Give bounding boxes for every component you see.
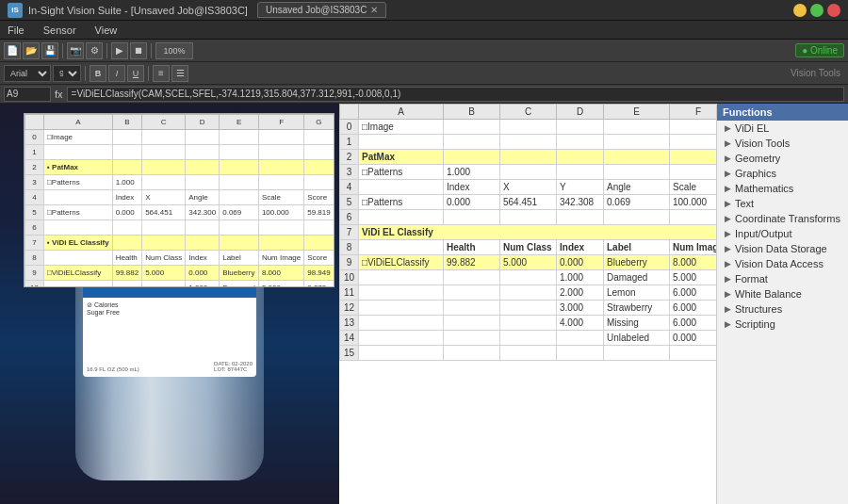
- tab-label[interactable]: Unsaved Job@IS3803C: [266, 5, 367, 15]
- ss-10-d[interactable]: 1.000: [557, 270, 604, 285]
- ss-11-b[interactable]: [444, 285, 500, 301]
- func-item-structures[interactable]: ▶ Structures: [717, 301, 848, 317]
- func-item-mathematics[interactable]: ▶ Mathematics: [717, 181, 848, 196]
- ss-13-b[interactable]: [444, 316, 500, 331]
- ss-0-c[interactable]: [500, 120, 557, 135]
- ss-3-a[interactable]: □Patterns: [359, 165, 444, 180]
- func-item-io[interactable]: ▶ Input/Output: [717, 226, 848, 241]
- ss-12-f[interactable]: 6.000: [670, 301, 717, 316]
- ss-15-e[interactable]: [604, 346, 670, 361]
- maximize-button[interactable]: [810, 4, 824, 17]
- ss-11-e[interactable]: Lemon: [604, 285, 670, 301]
- ss-col-b-header[interactable]: B: [444, 105, 500, 120]
- ss-11-f[interactable]: 6.000: [670, 285, 717, 301]
- ss-14-d[interactable]: [557, 331, 604, 346]
- ss-0-b[interactable]: [444, 120, 500, 135]
- ss-5-a[interactable]: □Patterns: [359, 195, 444, 210]
- ss-6-e[interactable]: [604, 210, 670, 225]
- ss-11-d[interactable]: 2.000: [557, 285, 604, 301]
- func-item-whitebalance[interactable]: ▶ White Balance: [717, 286, 848, 301]
- ss-9-c[interactable]: 5.000: [500, 255, 557, 270]
- ss-6-b[interactable]: [444, 210, 500, 225]
- ss-2-e[interactable]: [604, 150, 670, 165]
- func-item-graphics[interactable]: ▶ Graphics: [717, 166, 848, 181]
- ss-8-d[interactable]: Index: [557, 240, 604, 255]
- ss-13-d[interactable]: 4.000: [557, 316, 604, 331]
- ss-0-f[interactable]: [670, 120, 717, 135]
- new-button[interactable]: 📄: [4, 42, 21, 59]
- settings-button[interactable]: ⚙: [86, 42, 103, 59]
- zoom-select[interactable]: 100%: [155, 42, 193, 59]
- open-button[interactable]: 📂: [23, 42, 40, 59]
- ss-1-f[interactable]: [670, 135, 717, 150]
- ss-8-b[interactable]: Health: [444, 240, 500, 255]
- ss-12-c[interactable]: [500, 301, 557, 316]
- ss-col-e-header[interactable]: E: [604, 105, 670, 120]
- func-item-coord[interactable]: ▶ Coordinate Transforms: [717, 211, 848, 226]
- func-item-text[interactable]: ▶ Text: [717, 196, 848, 211]
- ss-12-e[interactable]: Strawberry: [604, 301, 670, 316]
- func-item-format[interactable]: ▶ Format: [717, 271, 848, 286]
- ss-10-b[interactable]: [444, 270, 500, 285]
- ss-2-f[interactable]: [670, 150, 717, 165]
- stop-button[interactable]: ⏹: [130, 42, 147, 59]
- ss-col-a-header[interactable]: A: [359, 105, 444, 120]
- ss-7-a[interactable]: ViDi EL Classify: [359, 225, 717, 240]
- ss-4-e[interactable]: Angle: [604, 180, 670, 195]
- ss-4-c[interactable]: X: [500, 180, 557, 195]
- font-family-select[interactable]: Arial: [4, 65, 51, 82]
- ss-14-f[interactable]: 0.000: [670, 331, 717, 346]
- ss-3-f[interactable]: [670, 165, 717, 180]
- ss-6-d[interactable]: [557, 210, 604, 225]
- ss-3-b[interactable]: 1.000: [444, 165, 500, 180]
- func-item-datastorage[interactable]: ▶ Vision Data Storage: [717, 241, 848, 256]
- tab-close-icon[interactable]: ✕: [370, 5, 378, 15]
- run-button[interactable]: ▶: [111, 42, 128, 59]
- ss-col-f-header[interactable]: F: [670, 105, 717, 120]
- ss-3-c[interactable]: [500, 165, 557, 180]
- ss-1-a[interactable]: [359, 135, 444, 150]
- ss-12-a[interactable]: [359, 301, 444, 316]
- ss-col-c-header[interactable]: C: [500, 105, 557, 120]
- ss-13-c[interactable]: [500, 316, 557, 331]
- menu-file[interactable]: File: [4, 23, 28, 38]
- ss-14-e[interactable]: Unlabeled: [604, 331, 670, 346]
- ss-2-c[interactable]: [500, 150, 557, 165]
- func-item-scripting[interactable]: ▶ Scripting: [717, 317, 848, 332]
- ss-8-e[interactable]: Label: [604, 240, 670, 255]
- func-item-vidiel[interactable]: ▶ ViDi EL: [717, 121, 848, 136]
- ss-8-c[interactable]: Num Class: [500, 240, 557, 255]
- font-size-select[interactable]: 9: [53, 65, 81, 82]
- ss-5-e[interactable]: 0.069: [604, 195, 670, 210]
- ss-col-d-header[interactable]: D: [557, 105, 604, 120]
- ss-9-f[interactable]: 8.000: [670, 255, 717, 270]
- underline-button[interactable]: U: [127, 65, 144, 82]
- bold-button[interactable]: B: [90, 65, 106, 82]
- save-button[interactable]: 💾: [41, 42, 58, 59]
- ss-13-e[interactable]: Missing: [604, 316, 670, 331]
- ss-6-f[interactable]: [670, 210, 717, 225]
- ss-1-d[interactable]: [557, 135, 604, 150]
- ss-14-c[interactable]: [500, 331, 557, 346]
- ss-2-d[interactable]: [557, 150, 604, 165]
- ss-3-e[interactable]: [604, 165, 670, 180]
- ss-0-d[interactable]: [557, 120, 604, 135]
- align-left-button[interactable]: ≡: [153, 65, 170, 82]
- ss-2-a[interactable]: PatMax: [359, 150, 444, 165]
- camera-button[interactable]: 📷: [67, 42, 84, 59]
- ss-13-a[interactable]: [359, 316, 444, 331]
- spreadsheet-panel[interactable]: A B C D E F G H I 0 □Image 1: [339, 104, 716, 504]
- ss-3-d[interactable]: [557, 165, 604, 180]
- ss-13-f[interactable]: 6.000: [670, 316, 717, 331]
- cell-reference-input[interactable]: [4, 87, 51, 102]
- ss-12-b[interactable]: [444, 301, 500, 316]
- ss-14-b[interactable]: [444, 331, 500, 346]
- ss-8-f[interactable]: Num Image: [670, 240, 717, 255]
- ss-4-f[interactable]: Scale: [670, 180, 717, 195]
- ss-12-d[interactable]: 3.000: [557, 301, 604, 316]
- ss-6-c[interactable]: [500, 210, 557, 225]
- ss-5-b[interactable]: 0.000: [444, 195, 500, 210]
- close-button[interactable]: [827, 4, 840, 17]
- ss-15-b[interactable]: [444, 346, 500, 361]
- ss-15-a[interactable]: [359, 346, 444, 361]
